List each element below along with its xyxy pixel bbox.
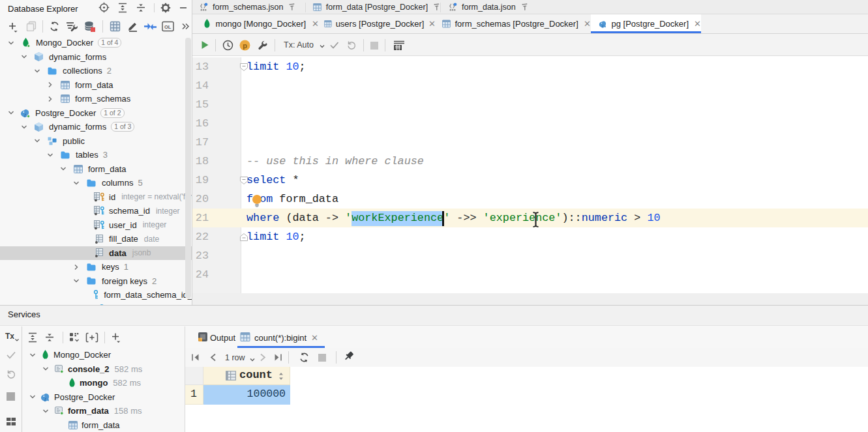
- svg-text:p: p: [243, 42, 247, 50]
- svg-text:OL: OL: [164, 24, 172, 30]
